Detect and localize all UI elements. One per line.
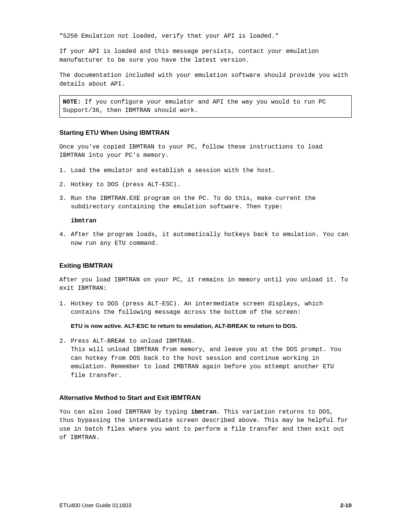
list-number: 2.: [59, 181, 71, 189]
emphasized-message: ETU is now active. ALT-ESC to return to …: [71, 322, 352, 330]
list-number: 4.: [59, 230, 71, 248]
list-item: 3. Run the IBMTRAN.EXE program on the PC…: [59, 194, 352, 211]
list-body: Run the IBMTRAN.EXE program on the PC. T…: [71, 194, 352, 211]
list-item: 1. Hotkey to DOS (press ALT-ESC). An int…: [59, 300, 352, 317]
list-item: 2. Press ALT-BREAK to unload IBMTRAN. Th…: [59, 337, 352, 380]
section-heading: Alternative Method to Start and Exit IBM…: [59, 393, 352, 403]
list-number: 1.: [59, 166, 71, 175]
list-body-line: This will unload IBMTRAN from memory, an…: [71, 345, 352, 380]
footer-left: ETU400 User Guide 011603: [59, 501, 131, 509]
list-body-line: Press ALT-BREAK to unload IBMTRAN.: [71, 337, 352, 345]
list-body: Hotkey to DOS (press ALT-ESC).: [71, 181, 352, 189]
list-item: 2. Hotkey to DOS (press ALT-ESC).: [59, 181, 352, 189]
body-paragraph: The documentation included with your emu…: [59, 71, 352, 88]
list-item: 4. After the program loads, it automatic…: [59, 230, 352, 248]
note-text: If you configure your emulator and API t…: [63, 99, 326, 114]
inline-command: ibmtran: [191, 409, 217, 415]
body-paragraph: You can also load IBMTRAN by typing ibmt…: [59, 408, 352, 442]
command-text: ibmtran: [71, 217, 352, 225]
body-paragraph: If your API is loaded and this message p…: [59, 47, 352, 64]
note-box: NOTE: If you configure your emulator and…: [59, 95, 352, 118]
quoted-error-message: "5250 Emulation not loaded, verify that …: [59, 32, 352, 40]
body-paragraph: After you load IBMTRAN on your PC, it re…: [59, 276, 352, 293]
page-footer: ETU400 User Guide 011603 2-10: [59, 501, 352, 509]
list-body: Hotkey to DOS (press ALT-ESC). An interm…: [71, 300, 352, 317]
list-number: 2.: [59, 337, 71, 380]
list-body: Load the emulator and establish a sessio…: [71, 166, 352, 175]
note-label: NOTE:: [63, 99, 81, 105]
list-number: 1.: [59, 300, 71, 317]
footer-page-number: 2-10: [340, 501, 352, 509]
section-heading: Exiting IBMTRAN: [59, 261, 352, 270]
document-page: "5250 Emulation not loaded, verify that …: [0, 0, 411, 532]
list-body: After the program loads, it automaticall…: [71, 230, 352, 248]
body-paragraph: Once you've copied IBMTRAN to your PC, f…: [59, 143, 352, 160]
section-heading: Starting ETU When Using IBMTRAN: [59, 128, 352, 137]
body-text-span: You can also load IBMTRAN by typing: [59, 409, 191, 415]
list-number: 3.: [59, 194, 71, 211]
list-body: Press ALT-BREAK to unload IBMTRAN. This …: [71, 337, 352, 380]
list-item: 1. Load the emulator and establish a ses…: [59, 166, 352, 175]
